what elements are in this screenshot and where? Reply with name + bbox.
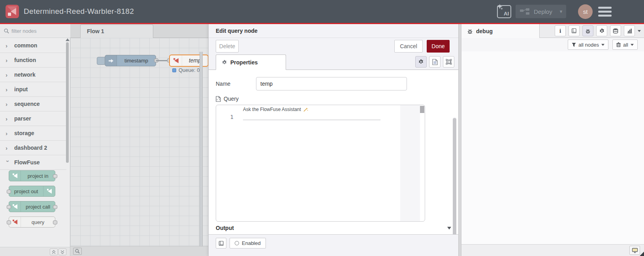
chevron-right-icon: › [6,86,10,93]
output-port[interactable] [53,174,57,178]
gear-icon [222,60,227,65]
palette-node-project-out[interactable]: project out [9,186,55,197]
tab-debug[interactable]: debug [461,24,540,38]
output-section-header[interactable]: Output [216,225,451,231]
config-nodes-tab-button[interactable] [596,25,607,36]
tray-toolbar: Delete Cancel Done [209,38,458,54]
main-menu-button[interactable] [598,7,612,19]
search-icon [4,28,9,34]
ai-assistant-button[interactable]: AI [497,5,511,18]
tray-title: Edit query node [209,24,458,38]
magnifier-icon [75,249,80,254]
flowfuse-node-icon [9,171,21,181]
done-button[interactable]: Done [427,40,450,53]
flowfuse-logo-icon [6,5,19,18]
palette-category-network[interactable]: ›network [0,68,66,82]
palette-category-parser[interactable]: ›parser [0,111,66,126]
debug-sidebar: debug i all nodes all [461,24,644,256]
node-temp-selected[interactable]: temp [169,55,209,67]
window-resize-grip[interactable] [640,252,644,256]
debug-filter-button[interactable]: all nodes [568,40,608,50]
inject-trigger-button[interactable] [97,57,105,65]
name-label: Name [216,81,256,87]
assistant-input-line[interactable] [243,113,380,120]
palette-category-flowfuse[interactable]: ›FlowFuse [0,155,66,170]
sidebar-menu-caret[interactable] [638,30,641,32]
tab-flow-1[interactable]: Flow 1 [80,24,153,38]
description-tab-button[interactable] [429,56,441,68]
node-palette: ›common ›function ›network ›input ›seque… [0,24,70,256]
node-timestamp[interactable]: timestamp [105,55,156,66]
enabled-radio-icon [235,241,239,245]
edit-node-tray: Edit query node Delete Cancel Done Prope… [208,24,458,256]
palette-scrollbar-thumb[interactable] [66,42,69,163]
context-data-tab-button[interactable] [610,25,621,36]
palette-category-dashboard2[interactable]: ›dashboard 2 [0,141,66,155]
help-tab-button[interactable] [569,25,580,36]
input-port[interactable] [7,220,11,224]
node-status: Queue: 0 [172,67,200,73]
palette-node-project-call[interactable]: project call [9,201,55,212]
output-port[interactable] [53,220,57,224]
bug-icon [467,28,473,34]
avatar-initials: st [583,8,588,15]
dashboard-tab-button[interactable] [624,25,635,36]
palette-category-common[interactable]: ›common [0,38,66,53]
debug-filter-row: all nodes all [461,38,644,51]
deploy-button[interactable]: Deploy ▼ [516,5,566,18]
instance-title: Determined-Reed-Warbler-8182 [24,0,134,23]
expand-all-button[interactable] [58,248,66,255]
debug-clear-button[interactable]: all [612,40,638,50]
chevron-right-icon: › [6,101,10,107]
node-enabled-toggle[interactable]: Enabled [230,238,266,248]
cancel-button[interactable]: Cancel [394,40,423,53]
output-port[interactable] [53,205,57,209]
trash-icon [616,42,621,47]
database-icon [613,28,618,34]
input-port[interactable] [7,190,11,194]
palette-footer [0,247,70,256]
debug-tab-button[interactable] [582,25,593,36]
palette-node-project-in[interactable]: project in [9,170,55,181]
name-input[interactable] [256,77,407,90]
palette-category-storage[interactable]: ›storage [0,126,66,141]
palette-category-sequence[interactable]: ›sequence [0,97,66,111]
assistant-prompt[interactable]: Ask the FlowFuse Assistant [243,107,308,112]
properties-tab-button[interactable] [415,56,427,68]
magic-wand-icon [303,107,308,112]
info-icon: i [559,28,561,34]
chevron-right-icon: › [6,57,10,64]
funnel-icon [572,43,576,47]
sidebar-tab-bar: debug i [461,24,644,38]
input-port[interactable] [7,205,11,209]
collapse-all-button[interactable] [50,248,58,255]
node-help-button[interactable] [216,238,226,248]
palette-scrollbar[interactable] [66,38,69,256]
header-bar: Determined-Reed-Warbler-8182 AI Deploy ▼… [0,0,644,24]
deploy-dropdown-caret[interactable]: ▼ [556,9,566,14]
status-dot-icon [172,68,176,72]
scroll-up-icon[interactable] [66,38,70,41]
monitor-icon [632,248,638,253]
editor-scrollbar-thumb[interactable] [420,106,424,113]
open-debug-window-button[interactable] [629,246,640,255]
palette-search[interactable] [0,24,70,38]
zoom-search-button[interactable] [73,248,82,255]
palette-category-function[interactable]: ›function [0,53,66,68]
palette-node-query[interactable]: query [9,216,55,228]
appearance-icon [446,59,452,65]
book-icon [218,241,224,246]
debug-message-list[interactable] [461,51,644,244]
query-code-editor[interactable]: 1 Ask the FlowFuse Assistant [216,105,425,222]
appearance-tab-button[interactable] [443,56,454,68]
info-tab-button[interactable]: i [555,25,566,36]
palette-category-input[interactable]: ›input [0,82,66,97]
sidebar-resize-handle[interactable] [458,24,461,256]
canvas-vertical-scrollbar[interactable] [200,52,203,256]
bug-icon [585,28,591,34]
filter-nodes-input[interactable] [11,28,63,34]
editor-gutter: 1 [216,105,239,221]
delete-button[interactable]: Delete [216,40,239,53]
user-avatar[interactable]: st [578,4,593,19]
tab-properties[interactable]: Properties [216,55,286,70]
